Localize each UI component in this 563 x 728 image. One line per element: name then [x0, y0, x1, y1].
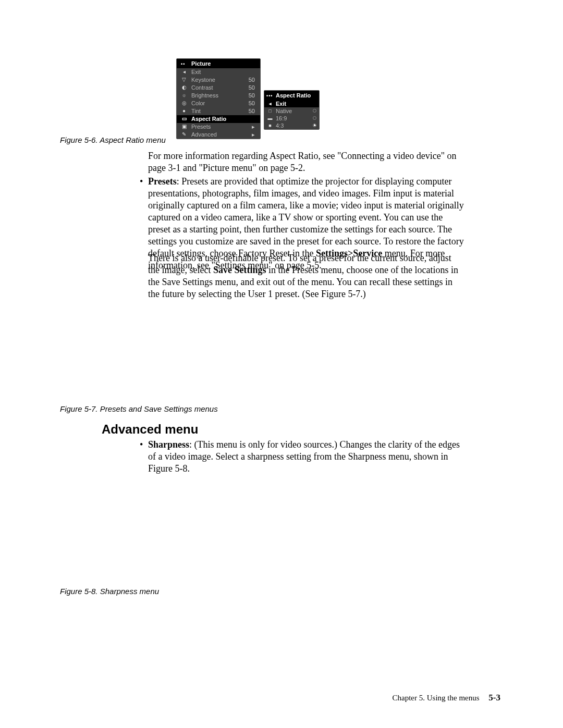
menu-row-presets: ▣ Presets ▸ [177, 123, 260, 131]
row-label: Color [191, 100, 205, 106]
row-label: Exit [276, 101, 286, 107]
presets-paragraph-2: There is also a user-definable preset. T… [148, 252, 464, 300]
menu-row-tint: ● Tint 50 [177, 107, 260, 115]
row-label: Advanced [191, 131, 217, 138]
aspect-info-text: For more information regarding Aspect Ra… [148, 151, 457, 173]
level-dots-icon: ••• [266, 93, 273, 98]
submenu-arrow-icon: ▸ [252, 123, 255, 131]
sharpness-label: Sharpness [148, 439, 189, 450]
presets-label: Presets [148, 176, 177, 187]
menu-row-advanced: ✎ Advanced ▸ [177, 131, 260, 139]
row-label: Tint [191, 108, 201, 114]
presets-icon: ▣ [181, 124, 187, 130]
contrast-icon: ◐ [181, 84, 187, 91]
presets-text-1: : Presets are provided that optimize the… [148, 176, 464, 258]
row-label: Keystone [191, 77, 215, 83]
aspect-icon: ▭ [181, 116, 187, 122]
figure-5-6-caption: Figure 5-6. Aspect Ratio menu [60, 135, 166, 144]
menu-row-aspect-ratio: ▭ Aspect Ratio [177, 115, 260, 123]
aspect-menu-title: ••• Aspect Ratio [264, 91, 319, 100]
aspect-info-paragraph: For more information regarding Aspect Ra… [148, 150, 464, 174]
manual-page: •• Picture ◂ Exit ▽ Keystone 50 ◐ Contra… [0, 0, 563, 728]
aspect-ratio-menu-panel: ••• Aspect Ratio ◂ Exit □ Native ▬ 16:9 … [264, 90, 320, 130]
row-label: 4:3 [276, 122, 284, 129]
row-label: Exit [191, 69, 201, 75]
advanced-menu-heading: Advanced menu [102, 422, 198, 437]
advanced-icon: ✎ [181, 131, 187, 138]
bullet-dot-icon: • [140, 176, 143, 188]
footer-chapter: Chapter 5. Using the menus [393, 694, 480, 702]
footer-page-number: 5-3 [488, 693, 500, 702]
row-label: Brightness [191, 92, 218, 98]
row-value: 50 [249, 100, 255, 107]
std-icon: ■ [267, 122, 273, 129]
aspect-row-43: ■ 4:3 [264, 122, 319, 129]
row-value: 50 [249, 76, 255, 84]
sharpness-text: : (This menu is only for video sources.)… [148, 439, 460, 474]
page-footer: Chapter 5. Using the menus 5-3 [393, 693, 500, 703]
radio-icon [313, 116, 316, 120]
figure-5-7-caption: Figure 5-7. Presets and Save Settings me… [60, 404, 218, 413]
level-dots-icon: •• [181, 61, 185, 67]
submenu-arrow-icon: ▸ [252, 131, 255, 139]
wide-icon: ▬ [267, 115, 273, 121]
row-value: 50 [249, 84, 255, 92]
color-icon: ◎ [181, 100, 187, 106]
sharpness-text-block: Sharpness: (This menu is only for video … [148, 439, 464, 475]
menu-row-contrast: ◐ Contrast 50 [177, 84, 260, 92]
aspect-row-169: ▬ 16:9 [264, 115, 319, 122]
menu-row-brightness: ☼ Brightness 50 [177, 92, 260, 100]
aspect-row-native: □ Native [264, 107, 319, 115]
native-icon: □ [267, 108, 273, 114]
row-value: 50 [249, 107, 255, 115]
picture-menu-title-text: Picture [191, 60, 211, 67]
back-icon: ◂ [267, 101, 273, 107]
menu-row-color: ◎ Color 50 [177, 100, 260, 107]
row-label: 16:9 [276, 115, 287, 121]
back-icon: ◂ [181, 69, 187, 75]
bullet-dot-icon: • [140, 439, 143, 451]
aspect-menu-title-text: Aspect Ratio [276, 92, 311, 98]
figure-5-8-caption: Figure 5-8. Sharpness menu [60, 587, 159, 596]
row-label: Aspect Ratio [191, 116, 226, 122]
save-settings-bold: Save Settings [213, 265, 266, 275]
aspect-row-exit: ◂ Exit [264, 100, 319, 107]
keystone-icon: ▽ [181, 77, 187, 83]
row-label: Presets [191, 124, 211, 130]
row-label: Contrast [191, 84, 213, 91]
tint-icon: ● [181, 108, 187, 114]
picture-menu-panel: •• Picture ◂ Exit ▽ Keystone 50 ◐ Contra… [176, 58, 261, 139]
sharpness-bullet: • Sharpness: (This menu is only for vide… [140, 439, 464, 475]
row-value: 50 [249, 92, 255, 100]
picture-menu-title: •• Picture [177, 59, 260, 68]
menu-row-keystone: ▽ Keystone 50 [177, 76, 260, 84]
radio-icon [313, 109, 316, 113]
menu-row-exit: ◂ Exit [177, 68, 260, 76]
row-label: Native [276, 108, 292, 114]
radio-selected-icon [313, 124, 316, 127]
brightness-icon: ☼ [181, 92, 187, 98]
